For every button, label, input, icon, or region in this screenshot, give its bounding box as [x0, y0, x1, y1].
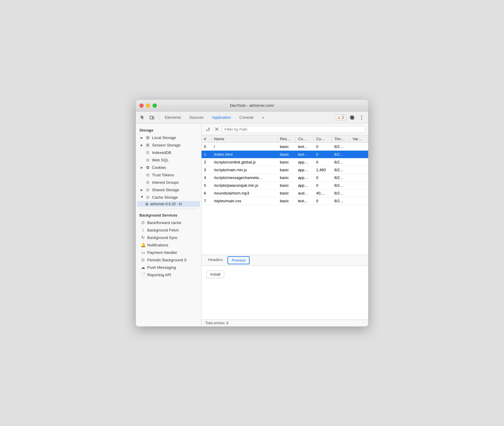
cell-co1: text… [296, 151, 314, 158]
trust-tokens-label: Trust Tokens [152, 173, 174, 177]
cell-name: /sounds/airhorn.mp3 [211, 189, 277, 197]
warning-badge[interactable]: ▲ 2 [334, 114, 347, 121]
bottom-tab-bar: Headers Preview [202, 255, 368, 266]
cell-co2: 0 [314, 143, 332, 151]
cell-res: basic [277, 174, 296, 182]
sidebar-item-reporting-api[interactable]: 📄 Reporting API [137, 271, 200, 278]
cell-co1: app… [296, 166, 314, 174]
expand-arrow-icon: ▶ [141, 188, 144, 192]
table-row[interactable]: 7/styles/main.cssbasictext…08/2… [202, 197, 368, 205]
svg-point-2 [361, 115, 362, 116]
tab-headers[interactable]: Headers [204, 255, 227, 266]
sidebar-item-payment-handler[interactable]: ▭ Payment Handler [137, 249, 200, 256]
cell-co2: 0 [314, 174, 332, 182]
expand-arrow-icon: ▶ [141, 143, 144, 147]
cell-co2: 0 [314, 197, 332, 205]
cell-name: /scripts/comlink.global.js [211, 158, 277, 166]
cell-tim: 8/2… [332, 189, 350, 197]
sidebar: Storage ▶ ⊞ Local Storage ▶ ⊞ Session St… [136, 124, 202, 326]
sidebar-item-indexeddb[interactable]: ⊙ IndexedDB [137, 149, 200, 156]
tab-console[interactable]: Console [236, 113, 257, 122]
sidebar-item-background-fetch[interactable]: ↕ Background Fetch [137, 226, 200, 234]
tab-preview[interactable]: Preview [228, 256, 250, 264]
table-row[interactable]: 3/scripts/main.min.jsbasicapp…1,4608/2… [202, 166, 368, 174]
sidebar-item-trust-tokens[interactable]: ⊙ Trust Tokens [137, 171, 200, 178]
cache-table: # Name Res… Co… Co… Tim… Var… 0/basictex… [202, 135, 368, 255]
minimize-button[interactable] [146, 104, 150, 108]
cell-co1: app… [296, 158, 314, 166]
cell-co1: aud… [296, 189, 314, 197]
payment-handler-icon: ▭ [141, 250, 145, 255]
preview-content: Install [202, 266, 368, 320]
badge-count: 2 [342, 115, 344, 120]
sidebar-item-cache-storage[interactable]: ▶ ⊙ Cache Storage [137, 194, 200, 201]
cell-tim: 8/2… [332, 151, 350, 158]
main-toolbar: Elements Sources Application Console » ▲… [136, 112, 368, 124]
cookies-icon: ✿ [145, 165, 150, 170]
sidebar-item-local-storage[interactable]: ▶ ⊞ Local Storage [137, 134, 200, 141]
sidebar-item-cookies[interactable]: ▶ ✿ Cookies [137, 164, 200, 171]
col-header-tim: Tim… [332, 135, 350, 143]
sidebar-item-session-storage[interactable]: ▶ ⊞ Session Storage [137, 141, 200, 149]
sidebar-item-back-forward[interactable]: ⊙ Back/forward cache [137, 219, 200, 226]
expand-arrow-icon: ▶ [141, 196, 144, 199]
sidebar-divider [139, 209, 198, 209]
cell-num: 7 [202, 197, 211, 205]
content-area: Storage ▶ ⊞ Local Storage ▶ ⊞ Session St… [136, 124, 368, 326]
settings-button[interactable] [348, 113, 356, 122]
sidebar-item-notifications[interactable]: 🔔 Notifications [137, 241, 200, 248]
sidebar-item-interest-groups[interactable]: ⊙ Interest Groups [137, 179, 200, 186]
cell-tim: 8/2… [332, 143, 350, 151]
status-bar: Total entries: 8 [202, 320, 368, 326]
table-row[interactable]: 6/sounds/airhorn.mp3basicaud…40,…8/2… [202, 189, 368, 197]
svg-rect-0 [150, 116, 152, 119]
tab-application[interactable]: Application [208, 113, 235, 122]
col-header-co2: Co… [314, 135, 332, 143]
maximize-button[interactable] [153, 104, 157, 108]
sidebar-item-background-sync[interactable]: ↻ Background Sync [137, 234, 200, 241]
cookies-label: Cookies [152, 165, 166, 170]
web-sql-label: Web SQL [152, 158, 169, 162]
more-options-button[interactable] [357, 113, 366, 122]
sidebar-item-cache-child[interactable]: ⊞ airhorner-0.6.20 - ht [137, 201, 200, 207]
push-messaging-label: Push Messaging [147, 265, 176, 270]
filter-bar [202, 124, 368, 135]
interest-groups-icon: ⊙ [145, 180, 150, 185]
table-row[interactable]: 4/scripts/messagechannela…basicapp…08/2… [202, 174, 368, 182]
title-bar: DevTools - airhorner.com/ [136, 100, 368, 112]
install-button[interactable]: Install [210, 272, 220, 277]
cell-res: basic [277, 158, 296, 166]
filter-input[interactable] [222, 126, 366, 133]
cache-child-icon: ⊞ [145, 202, 148, 206]
session-storage-label: Session Storage [152, 143, 180, 147]
table-row[interactable]: 5/scripts/pwacompat.min.jsbasicapp…08/2… [202, 182, 368, 189]
cell-num: 1 [202, 151, 211, 158]
tab-sources[interactable]: Sources [186, 113, 207, 122]
clear-button[interactable] [213, 125, 221, 133]
sidebar-item-web-sql[interactable]: ⊙ Web SQL [137, 156, 200, 163]
cell-co1: app… [296, 182, 314, 189]
expand-arrow-icon: ▶ [141, 136, 144, 139]
tab-more[interactable]: » [258, 113, 268, 122]
table-row[interactable]: 0/basictext…08/2… [202, 143, 368, 151]
cell-tim: 8/2… [332, 182, 350, 189]
reporting-api-label: Reporting API [147, 273, 171, 277]
sidebar-item-push-messaging[interactable]: ☁ Push Messaging [137, 264, 200, 271]
entries-table: # Name Res… Co… Co… Tim… Var… 0/basictex… [202, 135, 368, 205]
device-toggle-button[interactable] [148, 113, 156, 122]
tab-elements[interactable]: Elements [161, 113, 185, 122]
back-forward-icon: ⊙ [141, 220, 145, 225]
cell-tim: 8/2… [332, 166, 350, 174]
cell-name: /scripts/messagechannela… [211, 174, 277, 182]
table-row[interactable]: 1/index.htmlbasictext…08/2… [202, 151, 368, 158]
total-entries-text: Total entries: 8 [205, 321, 228, 325]
refresh-button[interactable] [204, 125, 212, 133]
sidebar-item-periodic-background[interactable]: ⊙ Periodic Background S [137, 256, 200, 263]
devtools-window: DevTools - airhorner.com/ Elements Sourc… [136, 99, 368, 327]
inspect-element-button[interactable] [138, 113, 147, 122]
sidebar-item-shared-storage[interactable]: ▶ ⊙ Shared Storage [137, 186, 200, 193]
cell-num: 2 [202, 158, 211, 166]
table-row[interactable]: 2/scripts/comlink.global.jsbasicapp…08/2… [202, 158, 368, 166]
close-button[interactable] [139, 104, 144, 108]
col-header-co1: Co… [296, 135, 314, 143]
